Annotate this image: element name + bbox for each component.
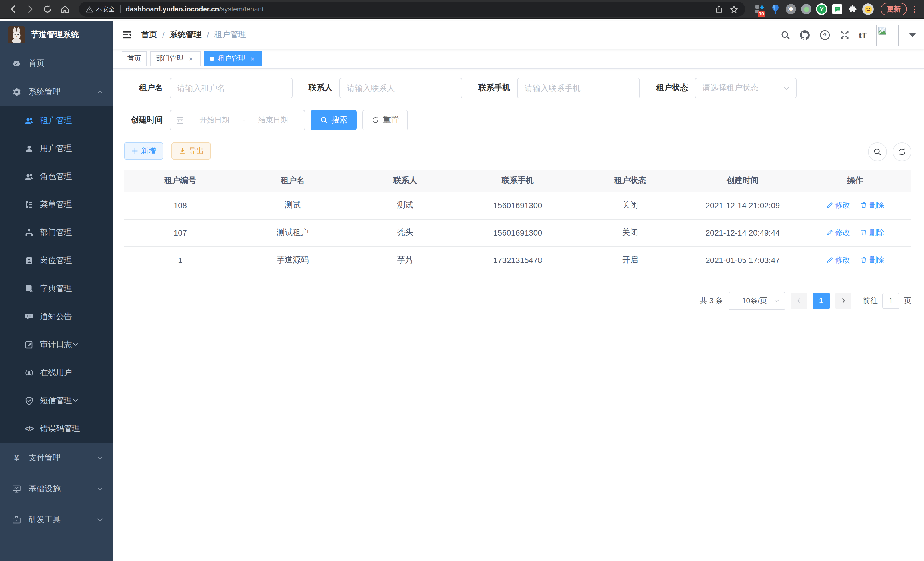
next-page-button[interactable]	[836, 293, 851, 308]
cell-status: 关闭	[574, 219, 687, 247]
extension-recorder-icon[interactable]	[801, 3, 812, 15]
tag-close-icon[interactable]: ×	[249, 55, 256, 63]
extension-command-icon[interactable]: ⌘	[785, 3, 796, 15]
status-select[interactable]: 请选择租户状态	[695, 78, 796, 98]
sidebar-item-error-code[interactable]: </> 错误码管理	[0, 415, 112, 443]
browser-toolbar: 不安全 dashboard.yudao.iocoder.cn/system/te…	[0, 0, 924, 20]
sidebar-item-dept[interactable]: 部门管理	[0, 218, 112, 247]
user-icon	[24, 144, 34, 153]
hamburger-icon	[122, 30, 132, 40]
sidebar-item-post[interactable]: 岗位管理	[0, 247, 112, 274]
sidebar-item-audit-log[interactable]: 审计日志	[0, 331, 112, 359]
browser-update-button[interactable]: 更新	[880, 3, 907, 15]
extension-puzzle-icon[interactable]	[847, 3, 858, 15]
page-number-1[interactable]: 1	[813, 293, 830, 308]
delete-button[interactable]: 删除	[860, 255, 884, 265]
cell-mobile: 15601691300	[461, 192, 574, 219]
sidebar-item-dict[interactable]: 字典管理	[0, 274, 112, 302]
cell-mobile: 17321315478	[461, 247, 574, 274]
browser-forward-button[interactable]	[23, 2, 38, 17]
sidebar-item-infra[interactable]: 基础设施	[0, 474, 112, 504]
tag-close-icon[interactable]: ×	[187, 55, 195, 63]
avatar-dropdown-caret[interactable]	[909, 33, 916, 37]
sidebar-item-sms[interactable]: 短信管理	[0, 387, 112, 415]
tenant-name-input[interactable]	[170, 78, 292, 98]
sidebar-item-label: 支付管理	[28, 453, 61, 463]
sidebar-item-pay[interactable]: ¥ 支付管理	[0, 443, 112, 474]
prev-page-button[interactable]	[791, 293, 807, 308]
delete-button[interactable]: 删除	[860, 228, 884, 238]
add-button[interactable]: 新增	[124, 142, 164, 159]
delete-button[interactable]: 删除	[860, 200, 884, 211]
search-button[interactable]: 搜索	[311, 110, 357, 130]
sidebar-item-devtools[interactable]: 研发工具	[0, 504, 112, 535]
browser-menu-button[interactable]	[910, 5, 918, 13]
page-size-select[interactable]: 10条/页	[729, 291, 785, 310]
sidebar-collapse-button[interactable]	[112, 30, 141, 40]
breadcrumb: 首页 / 系统管理 / 租户管理	[141, 30, 246, 40]
tag-label: 租户管理	[218, 54, 245, 63]
extension-y-icon[interactable]: Y	[816, 3, 827, 15]
breadcrumb-system[interactable]: 系统管理	[170, 30, 202, 40]
contact-input[interactable]	[339, 78, 462, 98]
browser-back-button[interactable]	[6, 2, 21, 17]
create-time-range-picker[interactable]: 开始日期 - 结束日期	[170, 110, 305, 130]
tag-tenant[interactable]: 租户管理×	[204, 51, 262, 66]
extension-emoji-icon[interactable]	[862, 3, 874, 15]
font-size-button[interactable]: tT	[859, 30, 867, 40]
docs-help-button[interactable]: ?	[819, 29, 830, 40]
extension-balloon-icon[interactable]	[770, 3, 781, 15]
cell-tenant-id: 107	[124, 219, 237, 247]
sidebar-item-home[interactable]: 首页	[0, 49, 112, 78]
mobile-input[interactable]	[517, 78, 640, 98]
tag-dept[interactable]: 部门管理×	[150, 51, 201, 66]
sidebar-item-label: 租户管理	[40, 115, 72, 126]
bookmark-button[interactable]	[730, 5, 738, 14]
col-status: 租户状态	[574, 170, 687, 192]
edit-button[interactable]: 修改	[826, 200, 850, 211]
end-date-placeholder: 结束日期	[247, 115, 299, 125]
sidebar-item-online-users[interactable]: 在线用户	[0, 359, 112, 387]
cell-contact: 芋艿	[349, 247, 461, 274]
chevron-down-icon	[72, 340, 79, 349]
filter-label-contact: 联系人	[309, 83, 333, 93]
goto-page-input[interactable]	[882, 293, 899, 308]
tag-home[interactable]: 首页	[122, 51, 147, 66]
app-logo-row[interactable]: 芋道管理系统	[0, 21, 112, 49]
extension-tampermonkey-icon[interactable]: 10	[754, 3, 766, 15]
reset-button[interactable]: 重置	[362, 110, 408, 130]
sidebar-item-notice[interactable]: 通知公告	[0, 302, 112, 331]
breadcrumb-home[interactable]: 首页	[141, 30, 157, 40]
address-bar[interactable]: 不安全 dashboard.yudao.iocoder.cn/system/te…	[79, 2, 745, 17]
col-tenant-name: 租户名	[237, 170, 349, 192]
sidebar-item-system[interactable]: 系统管理	[0, 78, 112, 106]
browser-home-button[interactable]	[57, 2, 72, 17]
goto-label: 前往	[863, 295, 878, 306]
export-button[interactable]: 导出	[172, 142, 211, 159]
share-button[interactable]	[715, 5, 723, 13]
extension-chat-icon[interactable]	[831, 3, 843, 15]
trash-icon	[860, 202, 868, 209]
search-button-label: 搜索	[332, 115, 347, 125]
browser-reload-button[interactable]	[40, 2, 55, 17]
avatar[interactable]	[876, 25, 899, 46]
screen: 不安全 dashboard.yudao.iocoder.cn/system/te…	[0, 0, 924, 561]
edit-button[interactable]: 修改	[826, 255, 850, 265]
delete-button-label: 删除	[869, 228, 884, 238]
fullscreen-button[interactable]	[839, 30, 850, 40]
edit-button[interactable]: 修改	[826, 228, 850, 238]
tenant-table: 租户编号 租户名 联系人 联系手机 租户状态 创建时间 操作 108 测试	[124, 170, 911, 274]
github-icon	[800, 29, 810, 40]
search-icon	[320, 116, 328, 124]
sidebar-item-menu[interactable]: 菜单管理	[0, 190, 112, 218]
sidebar-item-tenant[interactable]: 租户管理	[0, 106, 112, 134]
toggle-search-button[interactable]	[868, 142, 887, 161]
header-search-button[interactable]	[781, 30, 790, 40]
refresh-table-button[interactable]	[892, 142, 911, 161]
sidebar-item-user[interactable]: 用户管理	[0, 134, 112, 162]
sidebar-item-role[interactable]: 角色管理	[0, 162, 112, 190]
code-icon: </>	[24, 424, 34, 433]
org-tree-icon	[24, 228, 34, 237]
edit-button-label: 修改	[835, 200, 850, 211]
github-button[interactable]	[800, 29, 810, 40]
